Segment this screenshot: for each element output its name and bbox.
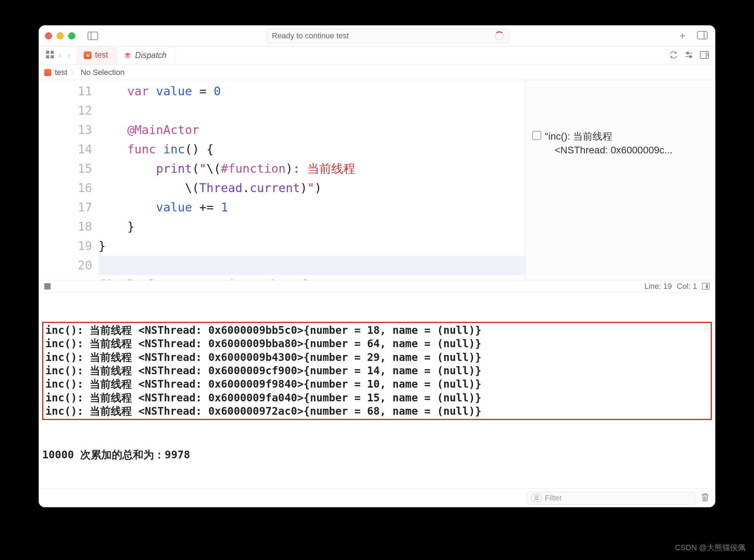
right-sidebar-toggle-icon[interactable] <box>697 31 709 41</box>
tab-test[interactable]: test <box>76 46 116 64</box>
close-button[interactable] <box>45 32 52 39</box>
console-summary-line: 10000 次累加的总和为：9978 <box>42 448 712 462</box>
tab-bar: ‹ › test Dispatch <box>39 46 715 65</box>
minimap-toggle-icon[interactable] <box>702 283 710 290</box>
tab-dispatch[interactable]: Dispatch <box>116 46 174 64</box>
editor-status-bar: Line: 19 Col: 1 <box>39 280 715 293</box>
quicklook-icon[interactable] <box>532 131 541 140</box>
code-editor[interactable]: var value = 0 @MainActor func inc() { pr… <box>98 80 525 280</box>
svg-rect-5 <box>51 51 54 54</box>
window-controls <box>45 32 75 39</box>
inline-result-pane: "inc(): 当前线程 <NSThread: 0x6000009c... <box>525 80 715 280</box>
nav-back-icon[interactable]: ‹ <box>56 51 64 60</box>
console-footer: ☰ Filter <box>39 488 715 507</box>
tab-trailing <box>669 46 715 64</box>
chevron-right-icon: 〉 <box>71 68 77 77</box>
left-sidebar-toggle-icon[interactable] <box>87 31 99 41</box>
zoom-button[interactable] <box>68 32 75 39</box>
svg-rect-10 <box>687 52 689 54</box>
inline-result-row[interactable]: "inc(): 当前线程 <NSThread: 0x6000009c... <box>532 129 709 157</box>
stop-icon[interactable] <box>44 283 51 289</box>
watermark: CSDN @大熊猫侯佩 <box>675 542 746 553</box>
nav-forward-icon[interactable]: › <box>65 51 73 60</box>
line-gutter: 11121314151617181920 <box>39 80 98 280</box>
breadcrumb[interactable]: test 〉 No Selection <box>39 65 715 80</box>
editor-area: 11121314151617181920 var value = 0 @Main… <box>39 80 715 280</box>
svg-rect-4 <box>46 51 49 54</box>
svg-rect-7 <box>51 55 54 58</box>
console-highlight-box: inc(): 当前线程 <NSThread: 0x6000009bb5c0>{n… <box>42 322 712 420</box>
svg-rect-6 <box>46 55 49 58</box>
console-filter-input[interactable]: ☰ Filter <box>527 492 696 504</box>
tab-label: test <box>95 50 108 60</box>
add-button[interactable]: + <box>677 30 689 42</box>
status-col: Col: 1 <box>677 282 697 291</box>
titlebar: Ready to continue test + <box>39 25 715 46</box>
swift-icon <box>84 51 91 59</box>
loading-spinner-icon <box>495 31 504 40</box>
filter-placeholder: Filter <box>545 494 562 503</box>
trash-icon[interactable] <box>701 492 710 504</box>
svg-rect-2 <box>697 31 707 39</box>
inline-result-text: "inc(): 当前线程 <NSThread: 0x6000009c... <box>545 129 672 157</box>
dispatch-stack-icon <box>124 52 132 59</box>
navigator-grid-icon[interactable] <box>45 51 55 60</box>
swift-icon <box>44 69 51 76</box>
filter-scope-chip[interactable]: ☰ <box>531 494 541 502</box>
activity-field[interactable]: Ready to continue test <box>267 29 509 43</box>
toolbar-center: Ready to continue test <box>104 29 672 43</box>
debug-console[interactable]: inc(): 当前线程 <NSThread: 0x6000009bb5c0>{n… <box>39 293 715 488</box>
status-line: Line: 19 <box>644 282 672 291</box>
xcode-window: Ready to continue test + ‹ › test <box>39 25 715 507</box>
split-editor-icon[interactable] <box>700 51 709 60</box>
adjust-icon[interactable] <box>684 51 694 60</box>
activity-text: Ready to continue test <box>272 31 349 40</box>
tab-leading: ‹ › <box>39 46 76 64</box>
tab-label: Dispatch <box>135 51 166 60</box>
minimize-button[interactable] <box>57 32 64 39</box>
breadcrumb-file: test <box>55 68 67 77</box>
svg-rect-0 <box>88 32 98 40</box>
breadcrumb-selection: No Selection <box>81 68 124 77</box>
svg-rect-11 <box>690 56 691 58</box>
sync-icon[interactable] <box>669 51 678 60</box>
